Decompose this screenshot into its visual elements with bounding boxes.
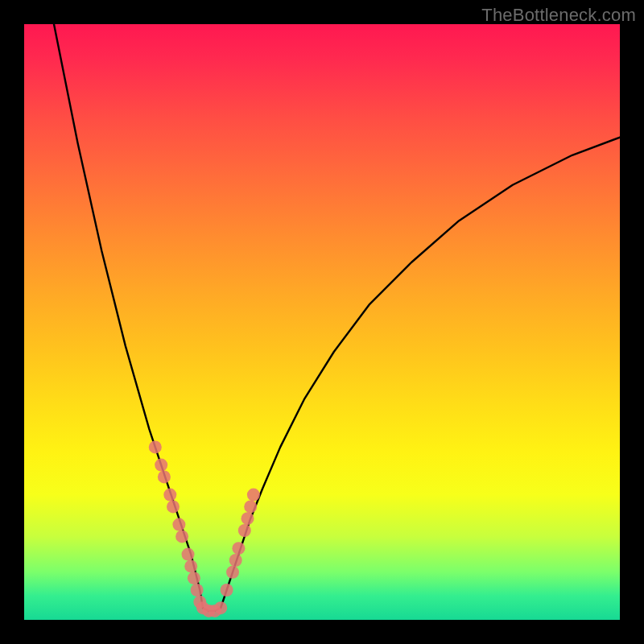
sample-point	[229, 554, 242, 567]
sample-point	[158, 470, 171, 483]
sample-point	[244, 500, 257, 513]
sample-point	[188, 572, 200, 584]
sample-point	[238, 524, 251, 537]
sample-point	[149, 440, 162, 453]
curve-layer	[54, 24, 620, 611]
sample-point	[242, 512, 254, 525]
sample-point	[247, 489, 260, 502]
plot-area	[24, 24, 620, 620]
sample-point	[214, 601, 227, 614]
sample-point	[221, 584, 233, 597]
sample-point	[172, 518, 185, 531]
watermark-text: TheBottleneck.com	[481, 5, 636, 26]
chart-svg	[24, 24, 620, 620]
sample-point	[182, 548, 195, 561]
sample-point	[163, 489, 176, 502]
sample-point	[155, 459, 167, 472]
sample-point	[191, 584, 204, 597]
sample-point	[232, 542, 245, 555]
marker-layer	[149, 440, 260, 617]
stage: TheBottleneck.com	[0, 0, 644, 644]
bottleneck-curve	[54, 24, 620, 611]
sample-point	[184, 559, 197, 572]
sample-point	[226, 566, 239, 579]
sample-point	[167, 500, 180, 513]
sample-point	[175, 530, 188, 543]
